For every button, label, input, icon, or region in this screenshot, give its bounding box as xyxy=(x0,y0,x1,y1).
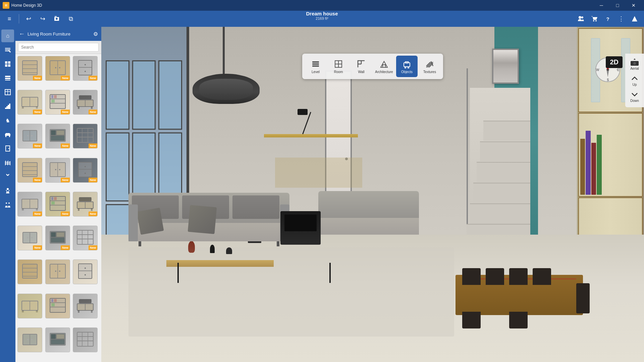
aerial-button[interactable]: Aerial xyxy=(627,56,643,72)
sidebar-door-icon[interactable] xyxy=(1,142,14,155)
coffee-table-top xyxy=(166,260,274,267)
furniture-item[interactable]: New xyxy=(73,56,98,81)
furniture-item[interactable] xyxy=(73,327,98,352)
svg-rect-159 xyxy=(312,65,319,67)
sidebar-horse-icon[interactable]: ♞ xyxy=(1,114,14,127)
svg-point-67 xyxy=(31,135,33,136)
wall-button[interactable]: Wall xyxy=(351,56,372,77)
dining-chair-back-5 xyxy=(462,312,481,328)
profile-button[interactable] xyxy=(629,13,641,25)
sidebar-stairs-icon[interactable] xyxy=(1,100,14,113)
fireplace-opening xyxy=(284,215,317,231)
furniture-item[interactable]: New xyxy=(73,158,98,183)
more-button[interactable]: ⋮ xyxy=(615,13,627,25)
furniture-item[interactable] xyxy=(73,259,98,284)
furniture-item[interactable]: New xyxy=(17,226,42,250)
furniture-item[interactable] xyxy=(45,259,70,284)
furniture-item[interactable] xyxy=(17,294,42,318)
architecture-button[interactable]: Architecture xyxy=(373,56,395,77)
minimize-button[interactable]: ─ xyxy=(594,0,609,11)
sofa-seat-2 xyxy=(318,218,419,235)
furniture-item[interactable] xyxy=(17,327,42,352)
up-button[interactable]: Up xyxy=(627,73,643,88)
sidebar-person-icon[interactable] xyxy=(1,184,14,197)
svg-rect-143 xyxy=(79,299,91,303)
sidebar-furniture-icon[interactable] xyxy=(1,128,14,141)
textures-button[interactable]: Textures xyxy=(419,56,440,77)
settings-button[interactable]: ⚙ xyxy=(93,31,98,37)
svg-rect-6 xyxy=(5,49,10,50)
furniture-item[interactable] xyxy=(73,294,98,318)
furniture-item[interactable]: New xyxy=(73,124,98,148)
furniture-item[interactable] xyxy=(17,259,42,284)
furniture-item[interactable]: New xyxy=(17,56,42,81)
furniture-item[interactable]: New xyxy=(73,192,98,217)
back-button[interactable]: ← xyxy=(19,31,25,38)
svg-rect-70 xyxy=(56,130,64,135)
furniture-item[interactable]: New xyxy=(45,124,70,148)
svg-rect-142 xyxy=(91,310,93,313)
redo-button[interactable]: ↪ xyxy=(37,13,49,25)
svg-rect-69 xyxy=(51,130,56,135)
svg-point-182 xyxy=(607,69,609,71)
copy-button[interactable]: ⧉ xyxy=(65,13,77,25)
book xyxy=(591,143,596,195)
svg-rect-138 xyxy=(51,303,55,306)
sidebar-grid-icon[interactable] xyxy=(1,58,14,70)
scatter-cushion xyxy=(137,207,164,235)
svg-point-87 xyxy=(85,166,86,167)
furniture-grid: New New New New New New xyxy=(15,54,101,362)
svg-rect-131 xyxy=(22,310,24,312)
furniture-item[interactable]: New xyxy=(73,226,98,250)
down-label: Down xyxy=(630,99,639,103)
furniture-item[interactable] xyxy=(45,327,70,352)
furniture-item[interactable]: New xyxy=(17,124,42,148)
svg-point-127 xyxy=(85,267,86,269)
level-button[interactable]: Level xyxy=(305,56,326,77)
svg-point-48 xyxy=(85,71,86,72)
viewport-3d[interactable]: Level Room Wall xyxy=(101,27,644,362)
furniture-item[interactable]: New xyxy=(45,192,70,217)
menu-button[interactable]: ≡ xyxy=(3,13,15,25)
help-button[interactable]: ? xyxy=(602,13,614,25)
users-button[interactable] xyxy=(575,13,587,25)
svg-rect-97 xyxy=(54,197,57,200)
project-size: 2169 ft² xyxy=(306,16,338,20)
cart-button[interactable] xyxy=(588,13,600,25)
furniture-item[interactable] xyxy=(45,294,70,318)
furniture-item[interactable]: New xyxy=(17,192,42,217)
room-button[interactable]: Room xyxy=(328,56,349,77)
furniture-item[interactable]: New xyxy=(45,226,70,250)
furniture-item[interactable]: New xyxy=(17,158,42,183)
furniture-item[interactable]: New xyxy=(17,90,42,115)
new-badge: New xyxy=(89,212,98,216)
camera-button[interactable] xyxy=(51,13,63,25)
svg-rect-25 xyxy=(5,161,6,165)
svg-rect-58 xyxy=(51,100,55,103)
furniture-item[interactable]: New xyxy=(45,90,70,115)
sidebar-wall-icon[interactable] xyxy=(1,86,14,99)
maximize-button[interactable]: □ xyxy=(610,0,625,11)
sidebar-layers-icon[interactable] xyxy=(1,72,14,84)
search-input[interactable] xyxy=(18,43,99,52)
sidebar-plant-icon[interactable] xyxy=(1,170,14,183)
furniture-item[interactable]: New xyxy=(45,56,70,81)
sidebar-home-icon[interactable]: ⌂ xyxy=(1,29,14,42)
undo-button[interactable]: ↩ xyxy=(22,13,35,25)
furniture-item[interactable]: New xyxy=(45,158,70,183)
furniture-item[interactable]: New xyxy=(73,90,98,115)
sidebar-fence-icon[interactable] xyxy=(1,156,14,169)
dining-chair-back-3 xyxy=(509,268,528,285)
titlebar: H Home Design 3D ─ □ ✕ xyxy=(0,0,644,11)
svg-rect-9 xyxy=(5,61,7,64)
svg-point-146 xyxy=(27,339,29,340)
new-badge: New xyxy=(33,110,42,114)
sidebar-edit-icon[interactable] xyxy=(1,44,14,56)
sidebar-group-icon[interactable] xyxy=(1,198,14,211)
close-button[interactable]: ✕ xyxy=(626,0,641,11)
book xyxy=(586,131,590,195)
down-button[interactable]: Down xyxy=(627,89,643,105)
furniture-panel: ← Living Room Furniture ⚙ New New New Ne… xyxy=(15,27,101,362)
objects-button[interactable]: Objects xyxy=(396,56,418,77)
badge-2d[interactable]: 2D xyxy=(606,56,623,68)
